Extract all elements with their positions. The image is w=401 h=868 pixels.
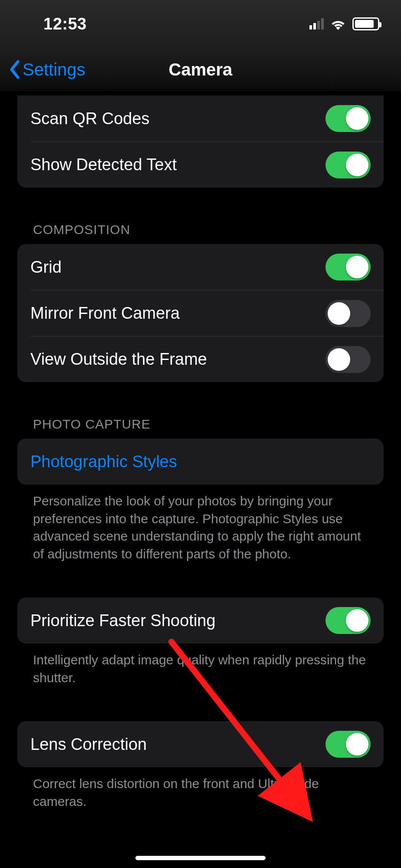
row-scan-qr-codes-toggle[interactable] [325, 105, 371, 132]
photographic-styles-label: Photographic Styles [30, 452, 177, 471]
row-grid-label: Grid [30, 258, 62, 277]
row-view-outside-frame-label: View Outside the Frame [30, 350, 207, 369]
prioritize-faster-shooting-toggle[interactable] [325, 607, 371, 634]
row-mirror-front-camera: Mirror Front Camera [30, 290, 384, 336]
row-show-detected-text: Show Detected Text [30, 142, 384, 188]
composition-header: COMPOSITION [17, 222, 384, 244]
row-mirror-front-camera-label: Mirror Front Camera [30, 304, 180, 323]
settings-scroll[interactable]: Scan QR CodesShow Detected Text COMPOSIT… [0, 91, 401, 868]
status-bar: 12:53 [0, 0, 401, 48]
page-title: Camera [169, 60, 233, 79]
row-lens-correction: Lens Correction [17, 721, 384, 767]
lens-correction-footer: Correct lens distortion on the front and… [17, 767, 384, 810]
back-label: Settings [23, 60, 85, 79]
group-faster-shooting: Prioritize Faster Shooting [17, 597, 384, 644]
row-grid-toggle[interactable] [325, 254, 371, 281]
status-time: 12:53 [43, 15, 87, 33]
row-scan-qr-codes-label: Scan QR Codes [30, 109, 150, 128]
prioritize-faster-shooting-label: Prioritize Faster Shooting [30, 611, 216, 630]
row-scan-qr-codes: Scan QR Codes [17, 96, 384, 142]
group-photographic-styles: Photographic Styles [17, 439, 384, 485]
photographic-styles-footer: Personalize the look of your photos by b… [17, 485, 384, 563]
row-show-detected-text-label: Show Detected Text [30, 155, 177, 174]
status-icons [309, 17, 379, 30]
row-grid: Grid [17, 244, 384, 290]
row-view-outside-frame: View Outside the Frame [30, 336, 384, 382]
row-view-outside-frame-toggle[interactable] [325, 346, 371, 373]
group-top: Scan QR CodesShow Detected Text [17, 96, 384, 188]
home-indicator[interactable] [135, 856, 266, 860]
wifi-icon [330, 18, 346, 30]
row-mirror-front-camera-toggle[interactable] [325, 300, 371, 327]
chevron-left-icon [9, 60, 21, 79]
lens-correction-toggle[interactable] [325, 731, 371, 758]
prioritize-faster-shooting-footer: Intelligently adapt image quality when r… [17, 644, 384, 686]
nav-bar: Settings Camera [0, 48, 401, 91]
battery-icon [352, 17, 379, 30]
back-button[interactable]: Settings [9, 60, 85, 79]
group-composition: GridMirror Front CameraView Outside the … [17, 244, 384, 382]
lens-correction-label: Lens Correction [30, 735, 147, 754]
row-photographic-styles[interactable]: Photographic Styles [17, 439, 384, 485]
row-show-detected-text-toggle[interactable] [325, 152, 371, 178]
photo-capture-header: PHOTO CAPTURE [17, 417, 384, 439]
group-lens-correction: Lens Correction [17, 721, 384, 767]
row-prioritize-faster-shooting: Prioritize Faster Shooting [17, 597, 384, 644]
cellular-signal-icon [309, 18, 324, 30]
